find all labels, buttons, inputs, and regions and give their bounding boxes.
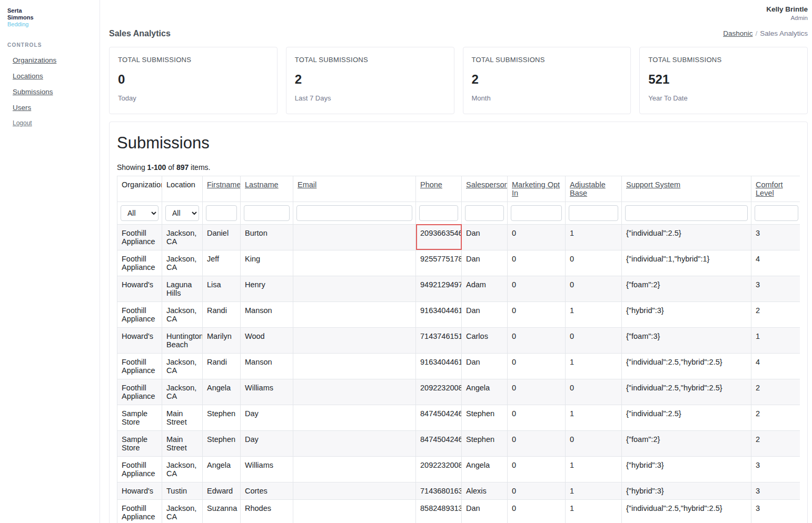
column-header-organization: Organization <box>117 176 162 202</box>
cell-salesperson: Stephen <box>462 430 508 456</box>
cell-salesperson: Angela <box>462 379 508 405</box>
filter-input-comfort-level[interactable] <box>755 205 798 221</box>
stat-card-year-to-date: TOTAL SUBMISSIONS521Year To Date <box>639 47 808 114</box>
filter-cell-adjustable-base <box>566 202 622 224</box>
cell-email <box>293 430 416 456</box>
cell-organization: Foothill Appliance <box>117 224 162 250</box>
table-body: Foothill ApplianceJackson, CADanielBurto… <box>117 224 800 523</box>
sort-link-salesperson[interactable]: Salesperson <box>466 180 508 189</box>
column-header-lastname: Lastname <box>241 176 293 202</box>
stat-title: TOTAL SUBMISSIONS <box>648 56 799 64</box>
cell-location: Jackson, CA <box>162 250 203 276</box>
cell-salesperson: Alexis <box>462 482 508 499</box>
stat-period: Month <box>472 94 622 102</box>
table-row: Foothill ApplianceJackson, CARandiManson… <box>117 353 800 379</box>
table-row: Howard'sHuntington BeachMarilynWood71437… <box>117 327 800 353</box>
stats-row: TOTAL SUBMISSIONS0TodayTOTAL SUBMISSIONS… <box>109 47 808 114</box>
cell-salesperson: Dan <box>462 353 508 379</box>
filter-select-organization[interactable]: All <box>121 205 159 221</box>
sort-link-support-system[interactable]: Support System <box>626 180 680 189</box>
filter-input-support-system[interactable] <box>625 205 748 221</box>
cell-adjustable-base: 0 <box>566 250 622 276</box>
stat-period: Last 7 Days <box>295 94 445 102</box>
breadcrumb: Dashonic/Sales Analytics <box>723 29 808 37</box>
stat-period: Today <box>118 94 269 102</box>
table-row: Foothill ApplianceJackson, CARandiManson… <box>117 301 800 327</box>
filter-select-location[interactable]: All <box>165 205 199 221</box>
table-row: Howard'sLaguna HillsLisaHenry9492129497A… <box>117 276 800 301</box>
stat-card-month: TOTAL SUBMISSIONS2Month <box>463 47 631 114</box>
table-row: Howard'sTustinEdwardCortes7143680163Alex… <box>117 482 800 499</box>
cell-support-system: {"foam":3} <box>622 327 751 353</box>
cell-email <box>293 327 416 353</box>
table-row: Sample StoreMain StreetStephenDay8474504… <box>117 405 800 430</box>
stat-value: 521 <box>648 72 799 87</box>
cell-firstname: Edward <box>203 482 241 499</box>
sort-link-comfort-level[interactable]: Comfort Level <box>756 180 783 197</box>
column-header-support-system: Support System <box>622 176 751 202</box>
table-filter-row: AllAll <box>117 202 800 224</box>
column-header-salesperson: Salesperson <box>462 176 508 202</box>
cell-phone: 2092232008 <box>416 456 462 482</box>
table-header-row: OrganizationLocationFirstnameLastnameEma… <box>117 176 800 202</box>
sidebar-item-logout[interactable]: Logout <box>13 119 93 127</box>
sidebar-item-users[interactable]: Users <box>13 104 93 112</box>
filter-input-phone[interactable] <box>419 205 458 221</box>
brand-logo[interactable]: Serta Simmons Bedding <box>7 7 93 28</box>
cell-firstname: Lisa <box>203 276 241 301</box>
cell-adjustable-base: 1 <box>566 405 622 430</box>
cell-phone: 9163404461 <box>416 353 462 379</box>
topbar: Kelly Brintle Admin <box>100 0 812 26</box>
cell-phone: 7143680163 <box>416 482 462 499</box>
sidebar-item-submissions[interactable]: Submissions <box>13 88 93 96</box>
filter-input-firstname[interactable] <box>206 205 237 221</box>
sidebar-item-organizations[interactable]: Organizations <box>13 56 93 64</box>
sort-link-lastname[interactable]: Lastname <box>245 180 279 189</box>
cell-location: Jackson, CA <box>162 224 203 250</box>
cell-organization: Sample Store <box>117 430 162 456</box>
cell-firstname: Stephen <box>203 430 241 456</box>
sort-link-adjustable-base[interactable]: Adjustable Base <box>570 180 606 197</box>
cell-adjustable-base: 1 <box>566 353 622 379</box>
cell-adjustable-base: 0 <box>566 430 622 456</box>
filter-input-marketing-opt-in[interactable] <box>511 205 562 221</box>
table-row: Foothill ApplianceJackson, CADanielBurto… <box>117 224 800 250</box>
cell-support-system: {"individual":2.5} <box>622 405 751 430</box>
user-name: Kelly Brintle <box>766 5 808 13</box>
cell-support-system: {"individual":2.5,"hybrid":2.5} <box>622 379 751 405</box>
cell-comfort-level: 2 <box>751 430 800 456</box>
cell-organization: Howard's <box>117 327 162 353</box>
cell-marketing-opt-in: 0 <box>508 353 566 379</box>
filter-input-adjustable-base[interactable] <box>569 205 618 221</box>
sort-link-marketing-opt-in[interactable]: Marketing Opt In <box>512 180 560 197</box>
cell-marketing-opt-in: 0 <box>508 301 566 327</box>
sort-link-phone[interactable]: Phone <box>420 180 442 189</box>
cell-firstname: Marilyn <box>203 327 241 353</box>
cell-lastname: Rhodes <box>241 499 293 523</box>
sidebar: Serta Simmons Bedding CONTROLS Organizat… <box>0 0 100 523</box>
sidebar-item-locations[interactable]: Locations <box>13 72 93 80</box>
sort-link-email[interactable]: Email <box>298 180 316 189</box>
cell-lastname: Williams <box>241 379 293 405</box>
cell-lastname: Day <box>241 405 293 430</box>
filter-input-email[interactable] <box>296 205 412 221</box>
page-head: Sales Analytics Dashonic/Sales Analytics <box>109 29 808 38</box>
cell-location: Laguna Hills <box>162 276 203 301</box>
app-root: Serta Simmons Bedding CONTROLS Organizat… <box>0 0 812 523</box>
stat-value: 0 <box>118 72 269 87</box>
filter-input-lastname[interactable] <box>244 205 290 221</box>
summary-middle: of <box>166 163 176 172</box>
page-content: Sales Analytics Dashonic/Sales Analytics… <box>100 26 812 523</box>
cell-marketing-opt-in: 0 <box>508 276 566 301</box>
cell-marketing-opt-in: 0 <box>508 250 566 276</box>
cell-marketing-opt-in: 0 <box>508 327 566 353</box>
user-menu[interactable]: Kelly Brintle Admin <box>766 5 808 21</box>
cell-firstname: Daniel <box>203 224 241 250</box>
sort-link-firstname[interactable]: Firstname <box>207 180 241 189</box>
filter-input-salesperson[interactable] <box>465 205 504 221</box>
cell-adjustable-base: 1 <box>566 456 622 482</box>
filter-cell-email <box>293 202 416 224</box>
breadcrumb-parent-link[interactable]: Dashonic <box>723 29 752 37</box>
cell-organization: Foothill Appliance <box>117 353 162 379</box>
cell-adjustable-base: 1 <box>566 224 622 250</box>
